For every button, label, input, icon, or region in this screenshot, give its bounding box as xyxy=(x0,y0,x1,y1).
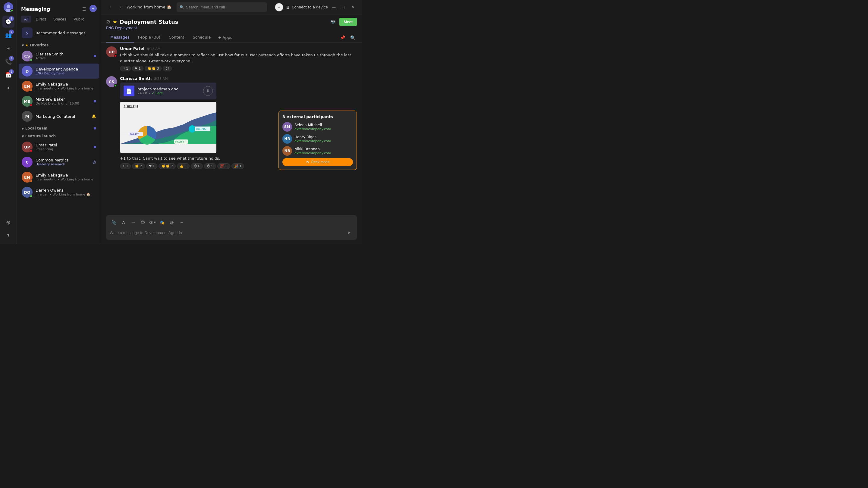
react-clap3[interactable]: 👏👏 7 xyxy=(158,163,176,169)
react-party[interactable]: 🎉 1 xyxy=(231,163,244,169)
doc-icon: 📄 xyxy=(124,86,134,96)
react-thumb[interactable]: 👍 1 xyxy=(177,163,190,169)
file-attachment[interactable]: 📄 project-roadmap.doc 24 KB • ✓ Safe xyxy=(120,83,216,99)
star-icon[interactable]: ★ xyxy=(113,19,117,25)
react-laugh[interactable]: 😄 9 xyxy=(204,163,216,169)
lightning-icon: ⚡ xyxy=(22,27,33,38)
umar-msg-status xyxy=(114,54,117,57)
common-metrics-name: Common Metrics xyxy=(36,158,90,162)
top-bar: ‹ › Working from home 🏠 🔍 + 🖥 Connect to… xyxy=(101,0,362,14)
reaction-heart[interactable]: ❤️ 1 xyxy=(132,66,144,71)
send-button[interactable]: ➤ xyxy=(345,228,353,237)
emily2-info: Emily Nakagawa In a meeting • Working fr… xyxy=(36,173,96,181)
chat-item-matthew[interactable]: MB Matthew Baker Do Not Disturb until 16… xyxy=(19,94,99,109)
mention-icon[interactable]: @ xyxy=(167,218,176,227)
local-team-label: Local team xyxy=(25,126,48,130)
tab-people[interactable]: People (30) xyxy=(134,33,164,42)
filter-icon[interactable]: ☰ xyxy=(80,5,88,13)
left-rail: 💬 4 👥 1 ⊞ 📞 1 📅 1 ✦ ⊕ ? xyxy=(0,0,17,244)
local-team-section-header[interactable]: ▶ Local team xyxy=(19,124,99,132)
tab-spaces[interactable]: Spaces xyxy=(50,16,69,23)
sticker-icon[interactable]: 🎭 xyxy=(158,218,166,227)
sidebar-header: Messaging ☰ + xyxy=(17,0,101,16)
channel-search-icon[interactable]: 🔍 xyxy=(348,33,357,42)
emily2-name: Emily Nakagawa xyxy=(36,173,96,177)
minimize-button[interactable]: — xyxy=(330,4,338,11)
umar-avatar: UP xyxy=(22,141,33,153)
chat-item-marketing[interactable]: M Marketing Collateral 🔔 xyxy=(19,109,99,124)
rail-teams-icon[interactable]: ⊞ xyxy=(2,42,14,54)
chat-item-emily1[interactable]: EN Emily Nakagawa In a meeting • Working… xyxy=(19,78,99,94)
feature-launch-section-header[interactable]: ▼ Feature launch xyxy=(19,132,99,139)
meet-button[interactable]: Meet xyxy=(339,18,357,26)
settings-icon[interactable]: ⚙ xyxy=(106,19,110,25)
maximize-button[interactable]: □ xyxy=(340,4,347,11)
tab-all[interactable]: All xyxy=(21,16,31,23)
common-metrics-avatar: C xyxy=(22,157,33,167)
back-button[interactable]: ‹ xyxy=(106,3,115,11)
common-metrics-sub: Usability research xyxy=(36,162,90,166)
file-size: 24 KB xyxy=(137,91,147,95)
chat-badge: 4 xyxy=(9,16,14,21)
edit-icon[interactable]: ✏ xyxy=(129,218,137,227)
chat-item-emily2[interactable]: EN Emily Nakagawa In a meeting • Working… xyxy=(19,170,99,185)
emoji-icon[interactable]: 😊 xyxy=(138,218,147,227)
format-icon[interactable]: A xyxy=(119,218,128,227)
tab-apps[interactable]: + Apps xyxy=(215,33,235,42)
connect-device-button[interactable]: 🖥 Connect to a device xyxy=(286,5,328,10)
favorites-section-header[interactable]: ▼ ★ Favorites xyxy=(19,41,99,48)
input-toolbar: 📎 A ✏ 😊 GIF 🎭 @ ··· xyxy=(110,218,353,227)
search-bar: 🔍 xyxy=(177,2,267,12)
matthew-name: Matthew Baker xyxy=(36,97,91,101)
sidebar-content: ⚡ Recommended Messages ▼ ★ Favorites CS … xyxy=(17,25,101,244)
rail-calls-icon[interactable]: 📞 1 xyxy=(2,56,14,67)
message-input[interactable] xyxy=(110,230,342,235)
rail-chat-icon[interactable]: 💬 4 xyxy=(2,16,14,28)
pin-icon[interactable]: 📌 xyxy=(338,33,347,42)
tab-schedule[interactable]: Schedule xyxy=(188,33,215,42)
darren-status xyxy=(30,195,33,198)
reaction-lightning[interactable]: ⚡ 1 xyxy=(120,66,131,71)
rail-people-icon[interactable]: 👥 1 xyxy=(2,29,14,41)
add-button[interactable]: + xyxy=(275,3,283,11)
chat-item-common-metrics[interactable]: C Common Metrics Usability research @ xyxy=(19,155,99,170)
more-tools-icon[interactable]: ··· xyxy=(177,218,186,227)
gif-icon[interactable]: GIF xyxy=(148,218,157,227)
react-smile2[interactable]: 😊 6 xyxy=(191,163,203,169)
chat-item-dev-agenda[interactable]: D Development Agenda ENG Deployment xyxy=(19,64,99,78)
svg-point-1 xyxy=(7,4,10,8)
chat-item-darren[interactable]: DO Darren Owens In a call • Working from… xyxy=(19,185,99,200)
rail-activity-icon[interactable]: ✦ xyxy=(2,82,14,94)
tab-direct[interactable]: Direct xyxy=(33,16,49,23)
sidebar-title: Messaging xyxy=(21,6,50,12)
reaction-clap[interactable]: 👏👏 3 xyxy=(145,66,162,71)
user-avatar[interactable] xyxy=(4,2,13,12)
close-button[interactable]: ✕ xyxy=(350,4,357,11)
react-heart2[interactable]: ❤️ 1 xyxy=(146,163,158,169)
reaction-smile[interactable]: 😊 xyxy=(163,66,172,71)
message-input-area: 📎 A ✏ 😊 GIF 🎭 @ ··· ➤ xyxy=(101,212,362,244)
tab-public[interactable]: Public xyxy=(70,16,87,23)
rail-apps-icon[interactable]: ⊕ xyxy=(2,216,14,228)
chat-item-clarissa[interactable]: CS Clarissa Smith Active xyxy=(19,48,99,64)
forward-button[interactable]: › xyxy=(116,3,125,11)
recommended-messages-row[interactable]: ⚡ Recommended Messages xyxy=(19,25,99,41)
tab-content[interactable]: Content xyxy=(164,33,189,42)
react-clap2[interactable]: 👏 2 xyxy=(132,163,145,169)
rail-calendar-icon[interactable]: 📅 1 xyxy=(2,69,14,81)
search-input[interactable] xyxy=(186,5,264,9)
rail-help-icon[interactable]: ? xyxy=(2,230,14,241)
peek-mode-button[interactable]: 👁 Peek mode xyxy=(282,158,353,166)
chat-item-umar[interactable]: UP Umar Patel Presenting xyxy=(19,139,99,155)
channel-sub[interactable]: ENG Deployment xyxy=(101,26,362,33)
dev-agenda-avatar: D xyxy=(22,66,33,76)
message-input-bar: 📎 A ✏ 😊 GIF 🎭 @ ··· ➤ xyxy=(106,215,357,240)
react-hundred[interactable]: 💯 3 xyxy=(217,163,230,169)
umar-msg-body: Umar Patel 8:12 AM I think we should all… xyxy=(120,46,357,71)
react-lightning[interactable]: ⚡ 1 xyxy=(120,163,131,169)
new-chat-button[interactable]: + xyxy=(90,5,97,12)
screenshot-icon[interactable]: 📷 xyxy=(329,18,337,26)
attach-icon[interactable]: 📎 xyxy=(110,218,118,227)
file-download-button[interactable]: ⬇ xyxy=(203,86,213,96)
tab-messages[interactable]: Messages xyxy=(106,33,134,42)
